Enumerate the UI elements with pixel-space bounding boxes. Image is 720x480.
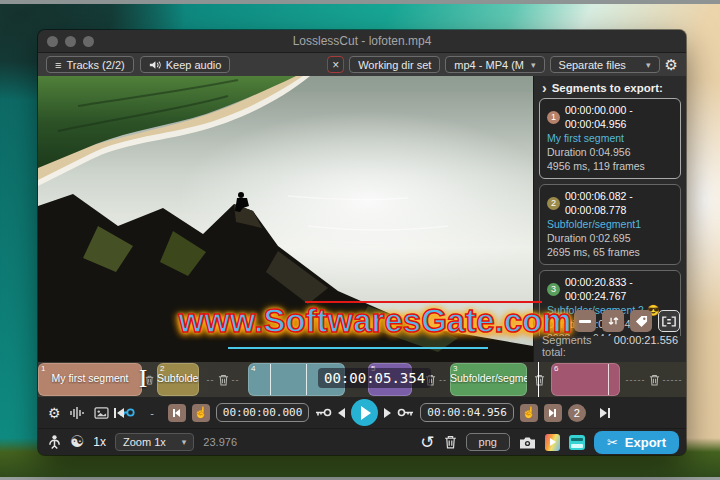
- trash-icon[interactable]: [534, 374, 545, 386]
- prev-keyframe-button[interactable]: [315, 407, 332, 418]
- timeline-segment[interactable]: 3 Subfolder/segmer: [450, 363, 527, 396]
- capture-format-button[interactable]: png: [466, 433, 510, 451]
- play-icon: [361, 406, 371, 420]
- jump-end-button[interactable]: [600, 408, 610, 418]
- person-icon[interactable]: [48, 434, 61, 450]
- timeline-segment-label: Subfolder/segmer: [450, 372, 527, 384]
- preview-play-icon[interactable]: [545, 434, 560, 451]
- timeline-tick: [306, 364, 307, 395]
- streams-panel-icon[interactable]: [569, 435, 585, 450]
- set-cut-end-button[interactable]: ☝: [520, 404, 538, 422]
- tracks-button[interactable]: ≡ Tracks (2/2): [46, 56, 134, 73]
- bar-icon: [554, 409, 556, 417]
- segment-start-button[interactable]: [168, 404, 186, 422]
- caret-down-icon: ▾: [646, 60, 651, 70]
- timeline[interactable]: 1 My first segment 2 Subfolder/sı 4: [38, 362, 686, 397]
- timeline-segment[interactable]: 1 My first segment: [38, 363, 142, 396]
- label-segment-button[interactable]: [630, 310, 652, 332]
- cut-start-time-input[interactable]: 00:00:00.000: [216, 403, 309, 422]
- playhead-line: [538, 362, 539, 397]
- next-frame-button[interactable]: [384, 408, 391, 418]
- desktop-wallpaper: LosslessCut - lofoten.mp4 ≡ Tracks (2/2)…: [0, 0, 720, 480]
- export-mode-value: Separate files: [559, 59, 626, 71]
- segment-card[interactable]: 2 00:00:06.082 - 00:00:08.778 Subfolder/…: [539, 184, 681, 265]
- segment-number-badge: 1: [547, 111, 560, 124]
- close-window-button[interactable]: [47, 36, 58, 47]
- chevron-right-icon: ›: [542, 81, 547, 95]
- timeline-segment[interactable]: 6: [551, 363, 620, 396]
- bottom-left-controls: ☯ 1x Zoom 1x ▾ 23.976: [48, 429, 237, 455]
- hamburger-icon: ≡: [55, 59, 61, 71]
- segments-brackets-icon: [662, 316, 676, 327]
- segments-total-value: 00:00:21.556: [614, 334, 678, 358]
- play-button[interactable]: [351, 399, 378, 426]
- delete-source-trash-icon[interactable]: [444, 435, 457, 449]
- transport-center: - ☝ 00:00:00.000: [38, 397, 686, 428]
- traffic-lights: [47, 30, 94, 52]
- export-mode-select[interactable]: Separate files ▾: [550, 56, 660, 73]
- jump-start-button[interactable]: [114, 408, 124, 418]
- segment-next-button[interactable]: [544, 404, 562, 422]
- export-label: Export: [625, 435, 666, 450]
- hand-up-icon: ☝: [522, 406, 536, 419]
- keep-audio-button[interactable]: Keep audio: [140, 56, 231, 73]
- segment-time-range: 00:00:20.833 - 00:00:24.767: [565, 275, 673, 303]
- segments-header[interactable]: › Segments to export:: [534, 76, 686, 97]
- export-button[interactable]: ✂ Export: [594, 431, 679, 454]
- segment-number-badge: 3: [547, 283, 560, 296]
- segments-brackets-button[interactable]: [658, 310, 680, 332]
- text-cursor: I: [139, 364, 147, 394]
- working-dir-label: Working dir set: [358, 59, 431, 71]
- key-right-icon: [397, 407, 414, 418]
- tag-icon: [635, 315, 648, 328]
- rotate-icon[interactable]: ↺: [420, 434, 434, 451]
- timeline-segment-label: My first segment: [38, 372, 142, 384]
- zoom-window-button[interactable]: [83, 36, 94, 47]
- hand-up-icon: ☝: [194, 406, 208, 419]
- timeline-segment-number: 4: [251, 364, 255, 373]
- timeline-zoom-select[interactable]: Zoom 1x ▾: [115, 433, 194, 451]
- next-keyframe-button[interactable]: [397, 407, 414, 418]
- segment-count-badge[interactable]: 2: [568, 404, 586, 422]
- fps-label: 23.976: [203, 436, 237, 448]
- segment-frames: 2695 ms, 65 frames: [547, 246, 640, 258]
- losslesscut-window: LosslessCut - lofoten.mp4 ≡ Tracks (2/2)…: [38, 30, 686, 455]
- split-segment-button[interactable]: [574, 310, 596, 332]
- trash-icon[interactable]: [218, 374, 229, 386]
- timeline-gap[interactable]: [528, 362, 550, 397]
- titlebar[interactable]: LosslessCut - lofoten.mp4: [38, 30, 686, 53]
- timeline-gap[interactable]: -- --: [200, 362, 246, 397]
- speaker-icon: [149, 60, 161, 70]
- bar-icon: [608, 408, 610, 418]
- set-cut-start-button[interactable]: ☝: [192, 404, 210, 422]
- zoom-value: Zoom 1x: [123, 436, 166, 448]
- output-format-select[interactable]: mp4 - MP4 (M ▾: [445, 56, 544, 73]
- trash-icon[interactable]: [649, 374, 660, 386]
- segment-time-row: 1 00:00:00.000 - 00:00:04.956: [547, 103, 673, 131]
- close-file-button[interactable]: ×: [327, 56, 344, 73]
- gap-dashes: --: [439, 375, 447, 385]
- segment-name-link[interactable]: My first segment: [547, 131, 673, 145]
- output-format-value: mp4 - MP4 (M: [454, 59, 524, 71]
- timeline-segment[interactable]: 2 Subfolder/sı: [157, 363, 199, 396]
- timeline-segment-label: Subfolder/sı: [157, 372, 199, 384]
- segment-name-link[interactable]: Subfolder/segment1: [547, 217, 673, 231]
- reorder-segments-button[interactable]: [602, 310, 624, 332]
- bar-icon: [114, 408, 116, 418]
- settings-gear-icon[interactable]: ⚙: [665, 57, 678, 72]
- tracks-label: Tracks (2/2): [66, 59, 124, 71]
- segment-time-row: 3 00:00:20.833 - 00:00:24.767: [547, 275, 673, 303]
- yin-yang-icon[interactable]: ☯: [70, 434, 84, 450]
- segment-card[interactable]: 1 00:00:00.000 - 00:00:04.956 My first s…: [539, 98, 681, 179]
- camera-icon[interactable]: [519, 436, 536, 449]
- cut-end-time-input[interactable]: 00:00:04.956: [420, 403, 513, 422]
- split-icon: [579, 320, 591, 323]
- toolbar-right: × Working dir set mp4 - MP4 (M ▾ Separat…: [327, 56, 678, 73]
- working-dir-button[interactable]: Working dir set: [349, 56, 440, 73]
- playback-rate-label[interactable]: 1x: [93, 435, 106, 449]
- bottom-right-controls: ↺ png ✂ Export: [420, 429, 679, 455]
- timeline-tick: [270, 364, 271, 395]
- timeline-gap[interactable]: ----- -----: [622, 362, 686, 397]
- prev-frame-button[interactable]: [338, 408, 345, 418]
- minimize-window-button[interactable]: [65, 36, 76, 47]
